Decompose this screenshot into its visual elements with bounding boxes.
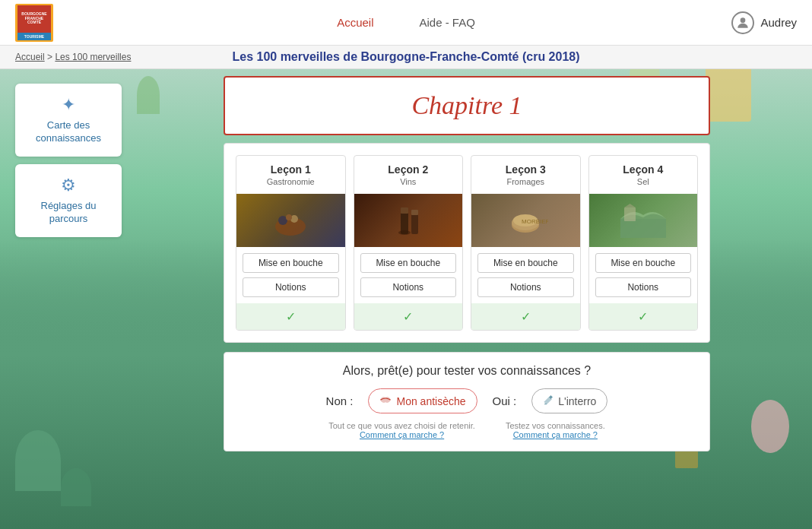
svg-rect-7 <box>401 207 408 214</box>
lesson-1-mise-btn[interactable]: Mise en bouche <box>243 253 339 273</box>
star-network-icon: ✦ <box>23 95 114 115</box>
svg-text:MORBIER: MORBIER <box>522 218 548 225</box>
breadcrumb: Accueil > Les 100 merveilles <box>15 52 131 62</box>
lesson-3-header: Leçon 3 Fromages <box>471 156 580 194</box>
sidebar: ✦ Carte des connaissances ⚙ Réglages du … <box>8 76 129 529</box>
lesson-card-3: Leçon 3 Fromages MORBIER Mise en bouche … <box>471 155 581 331</box>
page-title: Les 100 merveilles de Bourgogne-Franche-… <box>232 50 579 64</box>
interro-link[interactable]: Comment ça marche ? <box>506 430 605 439</box>
antiseche-desc-text: Tout ce que vous avez choisi de retenir. <box>328 421 475 430</box>
svg-rect-14 <box>620 219 666 238</box>
lesson-2-header: Leçon 2 Vins <box>354 156 463 194</box>
lesson-2-buttons: Mise en bouche Notions <box>354 247 463 303</box>
lesson-4-mise-btn[interactable]: Mise en bouche <box>595 253 692 273</box>
svg-rect-15 <box>624 207 636 221</box>
lesson-1-image <box>236 194 345 247</box>
sidebar-map-label: Carte des connaissances <box>23 119 114 145</box>
interro-button[interactable]: L'interro <box>531 388 607 413</box>
lesson-4-header: Leçon 4 Sel <box>589 156 698 194</box>
lesson-4-image <box>589 194 698 247</box>
lesson-1-notions-btn[interactable]: Notions <box>243 277 339 297</box>
svg-marker-16 <box>624 204 636 207</box>
pencil-icon <box>543 394 553 407</box>
lesson-4-title: Leçon 4 <box>595 163 692 176</box>
lesson-2-notions-btn[interactable]: Notions <box>360 277 457 297</box>
svg-point-9 <box>398 230 411 235</box>
antiseche-link[interactable]: Comment ça marche ? <box>328 430 475 439</box>
svg-rect-8 <box>411 210 418 215</box>
interro-desc: Testez vos connaissances. Comment ça mar… <box>506 421 605 439</box>
interro-label: L'interro <box>558 395 596 407</box>
lesson-4-subtitle: Sel <box>595 177 692 186</box>
lesson-1-subtitle: Gastronomie <box>243 177 339 186</box>
nav-accueil[interactable]: Accueil <box>337 16 373 29</box>
header: BOURGOGNEFRANCHECOMTÉ TOURISME Accueil A… <box>0 0 812 46</box>
content-area: Chapitre 1 Leçon 1 Gastronomie <box>129 76 804 529</box>
lesson-2-mise-btn[interactable]: Mise en bouche <box>360 253 457 273</box>
logo[interactable]: BOURGOGNEFRANCHECOMTÉ TOURISME <box>15 4 53 42</box>
lesson-3-image: MORBIER <box>471 194 580 247</box>
lesson-2-image <box>354 194 463 247</box>
gear-icon: ⚙ <box>23 176 114 195</box>
chapter-box: Chapitre 1 <box>224 76 710 135</box>
sidebar-settings-label: Réglages du parcours <box>23 200 114 226</box>
breadcrumb-bar: Accueil > Les 100 merveilles Les 100 mer… <box>0 46 812 69</box>
antiseche-desc: Tout ce que vous avez choisi de retenir.… <box>328 421 475 439</box>
user-avatar-icon <box>731 11 754 34</box>
lesson-3-mise-btn[interactable]: Mise en bouche <box>477 253 574 273</box>
quiz-oui-label: Oui : <box>493 394 517 407</box>
lesson-4-check: ✓ <box>589 303 698 330</box>
antiseche-label: Mon antisèche <box>396 395 465 407</box>
antiseche-icon <box>379 394 392 407</box>
interro-desc-text: Testez vos connaissances. <box>506 421 605 430</box>
lessons-grid: Leçon 1 Gastronomie Mise en bouche Notio… <box>224 143 710 343</box>
svg-point-0 <box>741 17 746 23</box>
lesson-4-buttons: Mise en bouche Notions <box>589 247 698 303</box>
main-layout: ✦ Carte des connaissances ⚙ Réglages du … <box>0 76 812 529</box>
lesson-1-title: Leçon 1 <box>243 163 339 176</box>
user-menu[interactable]: Audrey <box>731 11 797 34</box>
lesson-1-buttons: Mise en bouche Notions <box>236 247 345 303</box>
quiz-non-label: Non : <box>326 394 354 407</box>
svg-point-4 <box>286 214 292 220</box>
user-name: Audrey <box>760 16 797 29</box>
main-nav: Accueil Aide - FAQ <box>337 16 475 29</box>
lesson-3-title: Leçon 3 <box>477 163 574 176</box>
lesson-3-check: ✓ <box>471 303 580 330</box>
lesson-2-subtitle: Vins <box>360 177 457 186</box>
quiz-section: Alors, prêt(e) pour tester vos connaissa… <box>224 352 710 451</box>
breadcrumb-link-accueil[interactable]: Accueil <box>15 52 45 62</box>
lesson-2-title: Leçon 2 <box>360 163 457 176</box>
lesson-3-buttons: Mise en bouche Notions <box>471 247 580 303</box>
lesson-3-subtitle: Fromages <box>477 177 574 186</box>
chapter-title: Chapitre 1 <box>248 91 686 120</box>
lesson-card-1: Leçon 1 Gastronomie Mise en bouche Notio… <box>236 155 346 331</box>
lesson-2-check: ✓ <box>354 303 463 330</box>
sidebar-card-map[interactable]: ✦ Carte des connaissances <box>15 84 122 157</box>
lesson-3-notions-btn[interactable]: Notions <box>477 277 574 297</box>
lesson-1-check: ✓ <box>236 303 345 330</box>
quiz-options: Non : Mon antisèche Oui : <box>239 388 694 413</box>
quiz-descriptions: Tout ce que vous avez choisi de retenir.… <box>239 421 694 439</box>
lesson-4-notions-btn[interactable]: Notions <box>595 277 692 297</box>
breadcrumb-link-merveilles[interactable]: Les 100 merveilles <box>55 52 131 62</box>
lesson-card-2: Leçon 2 Vins Mise en bouche Notions <box>354 155 464 331</box>
quiz-question: Alors, prêt(e) pour tester vos connaissa… <box>239 364 694 378</box>
lesson-card-4: Leçon 4 Sel Mise en bouche Notions <box>588 155 699 331</box>
sidebar-card-settings[interactable]: ⚙ Réglages du parcours <box>15 164 122 237</box>
lesson-1-header: Leçon 1 Gastronomie <box>236 156 345 194</box>
antiseche-button[interactable]: Mon antisèche <box>368 388 477 413</box>
nav-faq[interactable]: Aide - FAQ <box>420 16 475 29</box>
